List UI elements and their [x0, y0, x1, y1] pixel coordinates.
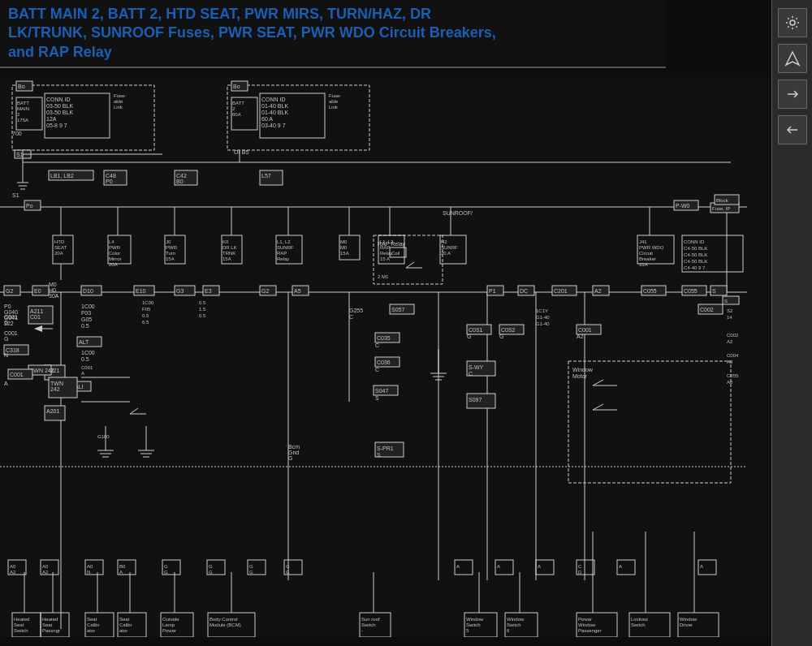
svg-text:Switch: Switch	[14, 628, 28, 633]
svg-text:1C00: 1C00	[81, 304, 95, 309]
svg-text:C001: C001	[81, 365, 93, 370]
svg-text:D10: D10	[83, 288, 93, 294]
svg-text:Driver: Driver	[680, 622, 693, 627]
svg-text:Switch: Switch	[507, 622, 521, 627]
svg-text:A: A	[81, 371, 84, 376]
svg-text:1C1Y: 1C1Y	[536, 308, 548, 313]
svg-text:Sun roof: Sun roof	[361, 617, 380, 622]
svg-text:C4-50 BLK: C4-50 BLK	[684, 259, 707, 264]
svg-text:700: 700	[12, 131, 22, 136]
svg-text:S: S	[724, 299, 728, 304]
svg-text:S097: S097	[469, 397, 482, 403]
settings-button[interactable]	[778, 8, 807, 37]
svg-text:Passenger: Passenger	[578, 628, 602, 633]
diagram-canvas: Bo CONN ID 03-50 BLK 03-50 BLK 12A 05-8 …	[0, 77, 812, 645]
svg-text:SUNROOF/: SUNROOF/	[443, 210, 473, 216]
svg-text:C055: C055	[643, 288, 657, 294]
svg-text:L4: L4	[109, 239, 114, 244]
svg-text:31A: 31A	[639, 262, 648, 267]
svg-text:K0: K0	[222, 239, 229, 244]
svg-text:SUNRF: SUNRF	[277, 245, 294, 250]
svg-text:A0: A0	[727, 360, 733, 364]
back-button[interactable]	[778, 115, 807, 144]
wiring-diagram-svg: Bo CONN ID 03-50 BLK 03-50 BLK 12A 05-8 …	[0, 77, 780, 637]
svg-text:Heated: Heated	[42, 617, 58, 622]
svg-text:Seat: Seat	[14, 622, 24, 627]
svg-text:G: G	[209, 564, 213, 569]
svg-text:E10: E10	[136, 288, 146, 294]
svg-text:A201: A201	[46, 408, 59, 414]
svg-text:G: G	[467, 334, 471, 339]
svg-text:Seat: Seat	[119, 617, 130, 622]
svg-text:Lamp: Lamp	[162, 622, 175, 627]
svg-text:A: A	[497, 564, 500, 569]
svg-text:C004: C004	[727, 353, 739, 358]
svg-text:C4-50 BLK: C4-50 BLK	[684, 252, 707, 257]
svg-text:A2: A2	[727, 339, 733, 344]
svg-text:able: able	[114, 99, 123, 104]
svg-text:C4-50 BLK: C4-50 BLK	[684, 246, 707, 251]
svg-text:A2: A2	[577, 334, 584, 339]
svg-text:20A: 20A	[109, 262, 118, 267]
svg-text:SEAT: SEAT	[54, 245, 67, 250]
forward-icon	[784, 86, 801, 102]
svg-text:A: A	[4, 381, 8, 386]
svg-text:Fuse, IP: Fuse, IP	[712, 206, 730, 211]
svg-text:ator: ator	[87, 628, 95, 633]
svg-text:ator: ator	[119, 628, 127, 633]
svg-text:Outside: Outside	[162, 617, 179, 622]
svg-text:BATT: BATT	[232, 101, 244, 106]
svg-text:Heated: Heated	[14, 617, 29, 622]
settings-icon	[784, 15, 801, 31]
svg-text:LB1, LB2: LB1, LB2	[50, 173, 74, 179]
navigate-button[interactable]	[778, 44, 807, 73]
svg-text:A211: A211	[30, 308, 43, 314]
svg-text:M0: M0	[340, 239, 348, 244]
svg-text:Passngr: Passngr	[42, 628, 60, 633]
svg-text:Fuse-: Fuse-	[329, 93, 341, 98]
svg-text:S2: S2	[727, 308, 733, 313]
svg-text:CONN ID: CONN ID	[684, 239, 705, 244]
svg-text:0.5: 0.5	[81, 323, 89, 329]
svg-text:14: 14	[727, 315, 732, 320]
svg-text:ALT: ALT	[79, 339, 89, 345]
back-icon	[784, 122, 801, 138]
svg-text:05-8 9 7: 05-8 9 7	[46, 123, 67, 128]
svg-text:2 M1: 2 M1	[378, 274, 389, 279]
svg-text:C036: C036	[377, 360, 391, 365]
svg-text:J41: J41	[639, 239, 647, 244]
svg-text:S: S	[377, 452, 381, 458]
svg-text:Breaker: Breaker	[639, 256, 656, 261]
svg-text:C: C	[349, 314, 353, 320]
svg-text:N: N	[87, 570, 90, 575]
svg-text:C: C	[578, 564, 582, 569]
svg-text:C4-40 9 7: C4-40 9 7	[684, 265, 706, 270]
svg-text:Module (BCM): Module (BCM)	[209, 622, 241, 627]
svg-text:-: -	[361, 628, 363, 633]
svg-text:03-40 9 7: 03-40 9 7	[261, 123, 286, 128]
svg-text:TWN 242: TWN 242	[30, 368, 54, 373]
svg-text:Motor: Motor	[572, 373, 588, 379]
navigate-icon	[784, 50, 801, 67]
svg-text:C: C	[375, 342, 379, 348]
svg-text:C001: C001	[10, 372, 24, 377]
svg-text:L57: L57	[261, 173, 271, 179]
svg-text:C001: C001	[4, 330, 18, 336]
svg-text:E0: E0	[34, 288, 41, 294]
svg-text:S057: S057	[391, 307, 404, 312]
svg-text:G100: G100	[97, 434, 110, 439]
svg-text:15 A: 15 A	[380, 256, 390, 261]
forward-button[interactable]	[778, 80, 807, 109]
main-container: BATT MAIN 2, BATT 2, HTD SEAT, PWR MIRS,…	[0, 0, 812, 646]
svg-text:BATT: BATT	[17, 101, 29, 106]
svg-text:C: C	[375, 367, 379, 373]
svg-text:Link: Link	[329, 105, 339, 110]
svg-text:C002: C002	[700, 307, 714, 312]
svg-text:Power: Power	[578, 617, 592, 622]
svg-text:G: G	[209, 570, 213, 575]
svg-text:S: S	[712, 288, 716, 294]
svg-text:TRNK: TRNK	[222, 251, 235, 256]
svg-text:C0S2: C0S2	[501, 327, 516, 333]
svg-text:D: D	[578, 570, 582, 575]
title-area: BATT MAIN 2, BATT 2, HTD SEAT, PWR MIRS,…	[0, 0, 666, 68]
